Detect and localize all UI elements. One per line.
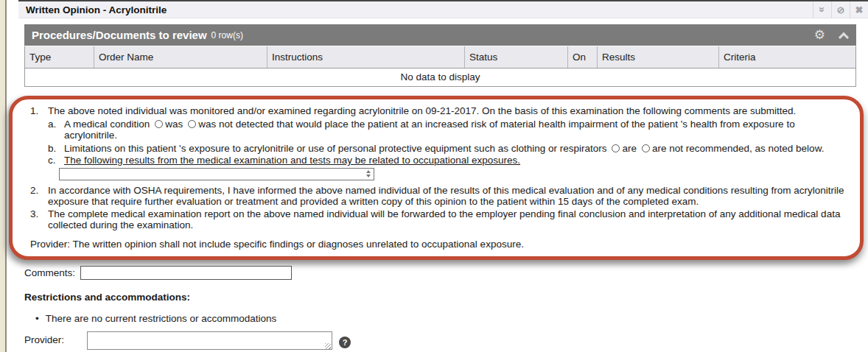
opinion-item-3: 3. The complete medical examination repo… [30,208,850,230]
spinner-up-icon[interactable] [366,170,371,173]
row-count-badge: 0 row(s) [211,30,243,41]
panel-icons: ⚙ [814,29,847,41]
column-header-results[interactable]: Results [598,46,719,68]
column-header-status[interactable]: Status [465,46,568,68]
column-header-order-name[interactable]: Order Name [94,46,267,68]
item-number: 3. [30,208,48,230]
are-radio-label[interactable]: are [622,143,637,154]
are-radio[interactable] [612,144,620,152]
chevron-up-icon[interactable] [839,32,849,42]
item-text-prefix: Limitations on this patient 's exposure … [64,143,606,154]
page-title: Written Opinion - Acrylonitrile [26,4,167,15]
double-chevron-down-icon: » [816,7,828,13]
provider-textarea-wrap [87,331,332,352]
item-text-suffix: recommended, as noted below. [683,143,824,154]
restrictions-bullet-text: There are no current restrictions or acc… [46,313,277,324]
comments-row: Comments: [24,266,292,280]
item-letter: c. [48,155,64,166]
provider-textarea[interactable] [87,331,332,350]
provider-row: Provider: ? [24,331,351,352]
opinion-item-1b: b. Limitations on this patient 's exposu… [48,143,850,154]
was-not-radio[interactable] [188,120,196,128]
item-letter: b. [48,143,64,154]
restrictions-bullet-item: •There are no current restrictions or ac… [35,313,276,324]
cancel-icon[interactable]: ⊘ [831,1,850,18]
significant-findings-label[interactable]: Significant findings [156,259,239,260]
opinion-item-1: 1. The above noted individual was monito… [30,105,850,116]
window-controls: » ⊘ ✖ [813,1,868,18]
highlight-annotation-box: 1. The above noted individual was monito… [9,96,864,260]
column-header-criteria[interactable]: Criteria [719,46,855,68]
procedures-documents-panel: Procedures/Documents to review 0 row(s) … [24,24,856,87]
no-significant-findings-label[interactable]: No significant findings [41,259,138,260]
item-text: Limitations on this patient 's exposure … [64,143,824,154]
restrictions-heading: Restrictions and accommodations: [24,292,190,303]
section-title-bar: Written Opinion - Acrylonitrile » ⊘ ✖ [18,0,868,18]
item-number: 1. [30,105,48,116]
provider-note: Provider: The written opinion shall not … [30,239,850,250]
item-letter: a. [48,119,64,141]
are-not-radio[interactable] [642,144,650,152]
results-spinner-input[interactable] [59,168,374,180]
grid-empty-message: No data to display [24,68,856,87]
panel-title: Procedures/Documents to review [32,29,207,41]
spinner-arrows-icon[interactable] [366,170,371,177]
was-not-radio-label[interactable]: was not [198,119,233,130]
column-header-instructions[interactable]: Instructions [267,46,465,68]
collapse-section-icon[interactable]: » [813,1,831,18]
column-header-on[interactable]: On [568,46,598,68]
comments-input[interactable] [80,266,292,280]
spinner-down-icon[interactable] [366,175,371,177]
item-text-prefix: A medical condition [64,119,150,130]
panel-header: Procedures/Documents to review 0 row(s) … [24,24,856,46]
further-testing-label[interactable]: Further testing is required [258,259,371,260]
bullet-icon: • [35,313,39,324]
comments-label: Comments: [24,267,75,278]
findings-radio-group: No significant findings Significant find… [23,259,850,260]
item-text: The above noted individual was monitored… [48,105,796,116]
gear-icon[interactable]: ⚙ [814,29,825,41]
item-text: The complete medical examination report … [48,208,850,230]
resize-handle-icon[interactable] [325,343,331,349]
page-left-strip [0,0,7,352]
are-not-radio-label[interactable]: are not [652,143,683,154]
column-header-type[interactable]: Type [25,46,94,68]
opinion-item-2: 2. In accordance with OSHA requirements,… [30,185,850,207]
item-number: 2. [30,185,48,207]
provider-label: Provider: [24,331,87,345]
was-radio-label[interactable]: was [165,119,183,130]
close-icon[interactable]: ✖ [850,1,868,18]
was-radio[interactable] [155,120,163,128]
help-icon[interactable]: ? [339,337,351,348]
grid-column-headers: Type Order Name Instructions Status On R… [24,46,856,68]
item-text: A medical conditionwaswas not detected t… [64,119,850,141]
opinion-item-1c: c. The following results from the medica… [48,155,850,166]
opinion-item-1a: a. A medical conditionwaswas not detecte… [48,119,850,141]
item-text: The following results from the medical e… [64,155,520,166]
item-text: In accordance with OSHA requirements, I … [48,185,850,207]
